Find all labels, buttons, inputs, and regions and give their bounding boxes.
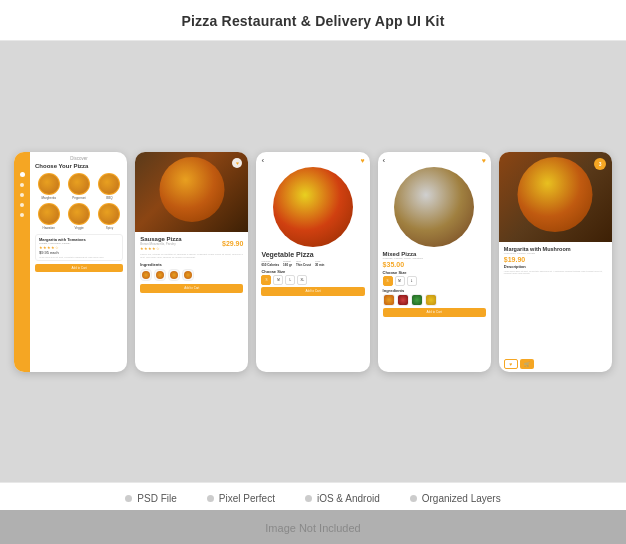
cart-button[interactable]: 🛒 (520, 359, 534, 369)
back-icon[interactable]: ‹ (261, 156, 264, 165)
rating-stars: ★★★★☆ (140, 246, 181, 251)
size-value: Thin Crust (296, 263, 311, 267)
screen3-content: Vegetable Pizza $15.50 Calories 650 Calo… (256, 251, 369, 372)
ingredient-item (154, 269, 166, 281)
pizza-hero-image: 3 (499, 152, 612, 242)
calories-value: 650 Calories (261, 263, 279, 267)
page-title: Pizza Restaurant & Delivery App UI Kit (181, 13, 444, 29)
main-container: Pizza Restaurant & Delivery App UI Kit D… (0, 0, 626, 544)
feature-dot-icon (410, 495, 417, 502)
screen1-content: Discover Choose Your Pizza Margherita Pe… (30, 152, 127, 372)
pizza-info-row: Calories 650 Calories Weight 160 gr Size… (261, 260, 364, 267)
feature-psd: PSD File (125, 493, 176, 504)
pizza-circle (38, 203, 60, 225)
ingredient-item (425, 294, 437, 306)
name-price-row: Sausage Pizza Brown Mozzarella, Parsley … (140, 236, 243, 251)
pizza-price: $35.00 (383, 261, 486, 268)
pizza-description: Fusce leo, ultrices ac porttitor at, fau… (140, 253, 243, 260)
pizza-item[interactable]: Pepperoni (65, 173, 92, 200)
ingredient-item (383, 294, 395, 306)
add-to-cart-button[interactable]: Add to Cart (383, 308, 486, 317)
size-option-xl[interactable]: XL (297, 275, 307, 285)
pizza-image (159, 157, 224, 222)
screen2-content: Sausage Pizza Brown Mozzarella, Parsley … (135, 232, 248, 372)
ingredient-item (168, 269, 180, 281)
discover-label: Discover (35, 156, 123, 161)
feature-ios-android: iOS & Android (305, 493, 380, 504)
pizza-circle (38, 173, 60, 195)
screen3-topbar: ‹ ♥ (256, 152, 369, 167)
pizza-sub: Mushroom, Cheese, Tomato (504, 252, 607, 255)
pizza-price: $19.90 (504, 256, 607, 263)
choose-size-label: Choose Size (261, 269, 364, 274)
pizza-grid: Margherita Pepperoni BBQ Hawaiian (35, 173, 123, 230)
screen-vegetable-pizza: ‹ ♥ Vegetable Pizza $15.50 Calories 650 … (256, 152, 369, 372)
size-option-s[interactable]: S (383, 276, 393, 286)
favorite-icon[interactable]: ♥ (360, 157, 364, 164)
feature-dot-icon (305, 495, 312, 502)
add-to-cart-button[interactable]: Add to Cart (261, 287, 364, 296)
screen5-content: Margarita with Mushroom Mushroom, Cheese… (499, 242, 612, 356)
size-option-m[interactable]: M (395, 276, 405, 286)
size-option-m[interactable]: M (273, 275, 283, 285)
bottom-text: Image Not Included (265, 522, 360, 534)
pizza-circle (98, 203, 120, 225)
size-option-s[interactable]: S (261, 275, 271, 285)
screen-discover: Discover Choose Your Pizza Margherita Pe… (14, 152, 127, 372)
pizza-name: Sausage Pizza (140, 236, 181, 242)
add-to-cart-button[interactable]: Add to Cart (35, 264, 123, 272)
ingredients-label: Ingredients (140, 262, 243, 267)
pizza-name: BBQ (106, 196, 112, 200)
pizza-item[interactable]: Hawaiian (35, 203, 62, 230)
header: Pizza Restaurant & Delivery App UI Kit (0, 0, 626, 41)
info-size: Size Thin Crust (296, 260, 311, 267)
screen-mixed-pizza: ‹ ♥ Mixed Pizza Sausage, Cheese, Olives,… (378, 152, 491, 372)
pizza-image (273, 167, 353, 247)
nav-dot (20, 193, 24, 197)
ingredients-label: Ingredients (383, 288, 486, 293)
cart-badge: 3 (594, 158, 606, 170)
add-to-cart-button[interactable]: Add to Cart (140, 284, 243, 293)
pizza-image (394, 167, 474, 247)
favorite-button[interactable]: ♥ (504, 359, 518, 369)
ingredients-list (383, 294, 486, 306)
pizza-circle (68, 203, 90, 225)
pizza-description: Lorem ipsum dolor sit amet, consectetur … (504, 270, 607, 276)
favorite-icon[interactable]: ♥ (482, 157, 486, 164)
pizza-name: Spicy (106, 226, 113, 230)
feature-psd-label: PSD File (137, 493, 176, 504)
pizza-price: $9.95 each (39, 250, 119, 255)
pizza-price: $29.90 (222, 240, 243, 247)
weight-value: 160 gr (283, 263, 292, 267)
pizza-description: Lorem ipsum dolor sit amet, consectetur … (39, 256, 119, 259)
back-icon[interactable]: ‹ (383, 156, 386, 165)
pizza-image (518, 157, 593, 232)
ingredient-item (140, 269, 152, 281)
screen-sausage-pizza: ♥ Sausage Pizza Brown Mozzarella, Parsle… (135, 152, 248, 372)
nav-dot (20, 203, 24, 207)
size-option-l[interactable]: L (407, 276, 417, 286)
info-calories: Calories 650 Calories (261, 260, 279, 267)
feature-pixel: Pixel Perfect (207, 493, 275, 504)
feature-layers: Organized Layers (410, 493, 501, 504)
size-option-l[interactable]: L (285, 275, 295, 285)
nav-dot (20, 213, 24, 217)
favorite-icon[interactable]: ♥ (232, 158, 242, 168)
pizza-name: Pepperoni (72, 196, 86, 200)
pizza-name: Hawaiian (43, 226, 55, 230)
pizza-hero-image: ♥ (135, 152, 248, 232)
pizza-name: Veggie (75, 226, 84, 230)
pizza-item[interactable]: Veggie (65, 203, 92, 230)
yellow-nav-bar (14, 152, 30, 372)
pizza-sub: Sausage, Cheese, Olives, Tomatoes (383, 257, 486, 260)
pizza-item[interactable]: Spicy (96, 203, 123, 230)
pizza-item[interactable]: Margherita (35, 173, 62, 200)
pizza-circle (98, 173, 120, 195)
pizza-item[interactable]: BBQ (96, 173, 123, 200)
size-selector: S M L XL (261, 275, 364, 285)
ingredient-item (182, 269, 194, 281)
features-strip: PSD File Pixel Perfect iOS & Android Org… (0, 482, 626, 510)
info-weight: Weight 160 gr (283, 260, 292, 267)
screen4-content: Mixed Pizza Sausage, Cheese, Olives, Tom… (378, 251, 491, 372)
nav-dot (20, 183, 24, 187)
